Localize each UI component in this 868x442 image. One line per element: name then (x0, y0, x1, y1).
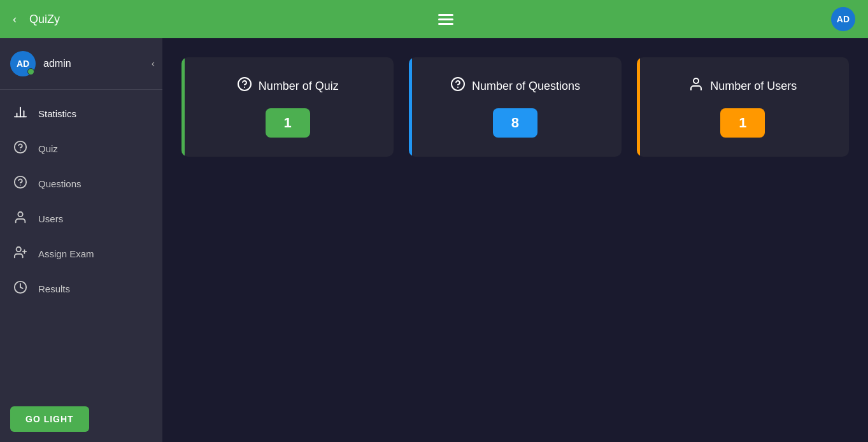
stat-questions-icon (450, 76, 466, 96)
users-icon (13, 210, 28, 227)
main-content: Number of Quiz 1 Number of Questions (162, 38, 868, 442)
sidebar-collapse-button[interactable]: ‹ (152, 58, 155, 69)
sidebar-item-statistics[interactable]: Statistics (0, 96, 162, 131)
svg-point-8 (18, 212, 22, 217)
stat-card-users-header: Number of Users (688, 76, 797, 96)
stat-card-questions: Number of Questions 8 (409, 57, 621, 157)
back-button[interactable]: ‹ (13, 13, 17, 26)
stat-quiz-title: Number of Quiz (259, 80, 339, 93)
stat-questions-value: 8 (493, 108, 537, 138)
stat-quiz-value: 1 (266, 108, 310, 138)
sidebar-item-quiz-label: Quiz (38, 143, 58, 154)
stat-users-title: Number of Users (710, 80, 797, 93)
topbar-avatar[interactable]: AD (831, 7, 855, 31)
svg-point-9 (17, 247, 21, 252)
go-light-button[interactable]: GO LIGHT (10, 406, 89, 432)
stat-users-value: 1 (720, 108, 765, 138)
sidebar-nav: Statistics Quiz (0, 90, 162, 396)
quiz-icon (13, 140, 28, 157)
sidebar-user-section: AD admin ‹ (0, 38, 162, 90)
stat-card-questions-header: Number of Questions (450, 76, 580, 96)
stat-card-users: Number of Users 1 (637, 57, 849, 157)
stat-card-quiz-header: Number of Quiz (237, 76, 339, 96)
questions-icon (13, 175, 28, 192)
sidebar-item-questions[interactable]: Questions (0, 166, 162, 201)
sidebar-bottom: GO LIGHT (0, 396, 162, 442)
sidebar-item-users[interactable]: Users (0, 201, 162, 236)
sidebar-item-results[interactable]: Results (0, 271, 162, 306)
sidebar-item-assign-exam[interactable]: Assign Exam (0, 236, 162, 271)
stat-users-icon (688, 76, 704, 96)
sidebar: AD admin ‹ Statistics (0, 38, 162, 442)
sidebar-item-quiz[interactable]: Quiz (0, 131, 162, 166)
assign-exam-icon (13, 245, 28, 262)
sidebar-username: admin (43, 58, 71, 69)
stat-card-quiz: Number of Quiz 1 (181, 57, 394, 157)
sidebar-avatar: AD (10, 51, 36, 76)
results-icon (13, 280, 28, 297)
layout: AD admin ‹ Statistics (0, 0, 868, 442)
sidebar-item-results-label: Results (38, 283, 70, 294)
topbar-left: ‹ QuiZy (13, 13, 60, 26)
bar-chart-icon (13, 105, 28, 122)
sidebar-item-questions-label: Questions (38, 178, 82, 189)
stat-quiz-icon (237, 76, 252, 96)
sidebar-item-statistics-label: Statistics (38, 108, 76, 119)
stats-grid: Number of Quiz 1 Number of Questions (181, 57, 849, 157)
hamburger-menu-button[interactable] (438, 14, 453, 25)
sidebar-item-users-label: Users (38, 213, 63, 224)
topbar: ‹ QuiZy AD (0, 0, 868, 38)
stat-questions-title: Number of Questions (472, 80, 580, 93)
sidebar-item-assign-exam-label: Assign Exam (38, 248, 94, 259)
app-title: QuiZy (29, 13, 60, 26)
svg-point-17 (694, 78, 699, 83)
